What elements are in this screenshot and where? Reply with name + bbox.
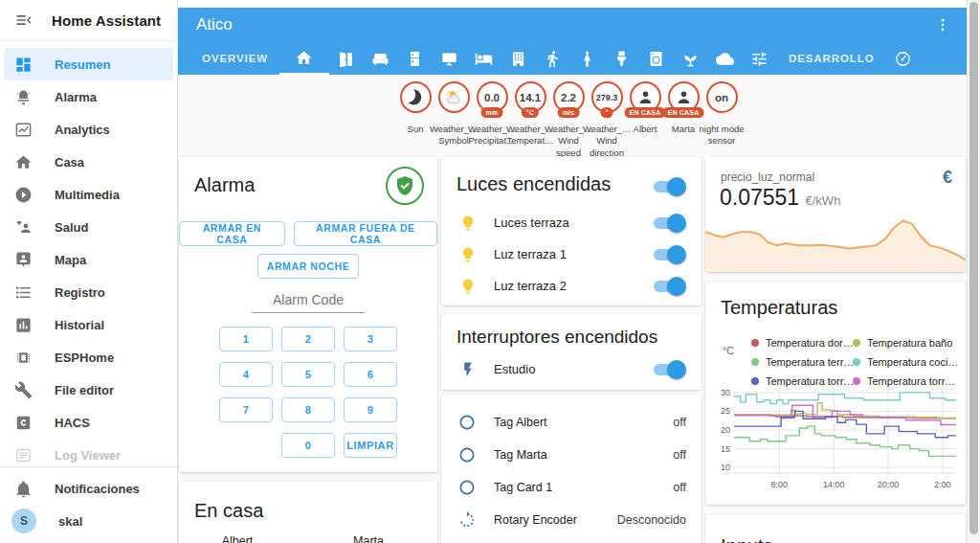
rotary-encoder-row[interactable]: Rotary Encoder Desconocido <box>441 504 702 536</box>
tag-state: off <box>673 481 686 494</box>
switch-toggle[interactable] <box>652 360 686 379</box>
sidebar-menu: Resumen Alarma Analytics Casa Multimedia… <box>0 41 177 471</box>
tab-tune[interactable] <box>743 42 777 75</box>
page-scrollbar <box>967 0 980 543</box>
keypad-5[interactable]: 5 <box>281 362 335 387</box>
sidebar-item-resumen[interactable]: Resumen <box>4 48 173 80</box>
tag-row[interactable]: Tag Marta off <box>441 439 702 471</box>
sidebar-item-analytics[interactable]: Analytics <box>4 113 173 146</box>
home-assistant-app: Home Assistant Resumen Alarma Analytics … <box>0 0 980 543</box>
keypad-1[interactable]: 1 <box>219 327 273 351</box>
sidebar-item-user[interactable]: S skal <box>4 505 173 537</box>
tab-home[interactable] <box>279 42 329 75</box>
badge-wind-direction[interactable]: 279.3 ° Weather_… Wind direction <box>588 81 626 159</box>
light-toggle[interactable] <box>652 277 686 296</box>
sidebar-item-file-editor[interactable]: File editor <box>4 373 173 406</box>
arm-away-button[interactable]: ARMAR FUERA DE CASA <box>294 221 437 246</box>
sidebar-item-casa[interactable]: Casa <box>4 146 173 178</box>
tab-cloud[interactable] <box>708 42 743 75</box>
badge-precipitation[interactable]: 0.0 mm Weather_… Precipitat… <box>473 81 511 159</box>
wrench-icon <box>14 381 33 399</box>
tab-door[interactable] <box>329 42 364 75</box>
keypad-4[interactable]: 4 <box>219 362 273 387</box>
plant-icon <box>681 50 700 68</box>
tab-fridge[interactable] <box>398 42 433 75</box>
sidebar-item-hacs[interactable]: HACS <box>4 406 173 439</box>
badge-marta[interactable]: EN CASA Marta <box>664 81 702 159</box>
euro-icon: € <box>943 168 952 188</box>
keypad-9[interactable]: 9 <box>344 397 397 422</box>
arm-home-button[interactable]: ARMAR EN CASA <box>179 221 285 246</box>
sidebar-item-registro[interactable]: Registro <box>4 276 173 308</box>
keypad-7[interactable]: 7 <box>219 397 273 422</box>
keypad-3[interactable]: 3 <box>344 327 397 351</box>
lightbulb-icon <box>459 246 477 263</box>
sensor-unit: €/kWh <box>806 193 841 208</box>
tab-toilet[interactable] <box>605 42 639 75</box>
temperaturas-card: Temperaturas °C Temperatura dor… Tempera… <box>705 282 966 505</box>
legend-dot <box>751 339 759 347</box>
keypad-8[interactable]: 8 <box>281 397 335 422</box>
user-avatar: S <box>11 509 36 533</box>
menu-open-icon[interactable] <box>14 11 33 30</box>
shield-check-icon[interactable] <box>386 167 424 205</box>
tag-row[interactable]: Tag Albert off <box>441 406 702 439</box>
alarma-title: Alarma <box>194 174 255 196</box>
washing-machine-icon <box>647 50 665 68</box>
tag-row[interactable]: Tag Card 1 off <box>441 471 702 504</box>
moon-icon <box>406 87 426 107</box>
tab-washer[interactable] <box>639 42 674 75</box>
sidebar-item-salud[interactable]: Salud <box>4 211 173 243</box>
luces-master-toggle[interactable] <box>652 177 686 196</box>
view-content: Sun Weather_… Symbol 0.0 mm Weather_… Pr… <box>178 75 967 543</box>
alarma-card: Alarma ARMAR EN CASA ARMAR FUERA DE CASA… <box>179 157 437 472</box>
tab-tv[interactable] <box>433 42 467 75</box>
sidebar-item-historial[interactable]: Historial <box>4 308 173 341</box>
badge-wind-speed[interactable]: 2.2 m/s Weather_… Wind speed <box>549 81 588 159</box>
legend-item[interactable]: Temperatura dor… <box>751 337 853 349</box>
tab-plant[interactable] <box>674 42 708 75</box>
tab-desarrollo[interactable]: DESARROLLO <box>777 42 886 75</box>
temperature-line-chart: 10152025308:0014:0020:002:00 <box>709 379 962 502</box>
light-row: Luz terraza 1 <box>441 238 702 270</box>
office-building-icon <box>509 50 527 68</box>
legend-item[interactable]: Temperatura terr… <box>751 356 853 368</box>
kebab-menu-icon[interactable] <box>930 12 955 37</box>
tab-office[interactable] <box>501 42 536 75</box>
arm-night-button[interactable]: ARMAR NOCHE <box>257 254 360 279</box>
home-icon <box>14 153 33 171</box>
light-toggle[interactable] <box>652 245 686 264</box>
sidebar-item-notifications[interactable]: Notificaciones <box>4 472 173 505</box>
keypad-6[interactable]: 6 <box>344 362 397 387</box>
badge-albert[interactable]: EN CASA Albert <box>626 81 664 159</box>
tab-person[interactable] <box>570 42 605 75</box>
badge-temperature[interactable]: 14.1 °C Weather_… Temperat… <box>511 81 549 159</box>
alarm-code-input[interactable] <box>252 292 365 313</box>
sidebar-footer: Notificaciones S skal <box>0 466 177 543</box>
tab-sofa[interactable] <box>364 42 398 75</box>
badge-night-mode[interactable]: on night mode sensor <box>702 81 741 159</box>
sidebar-item-multimedia[interactable]: Multimedia <box>4 178 173 211</box>
badge-sun[interactable]: Sun <box>396 81 434 159</box>
badge-weather-symbol[interactable]: Weather_… Symbol <box>434 81 473 159</box>
keypad-0[interactable]: 0 <box>281 433 335 458</box>
sidebar-item-mapa[interactable]: Mapa <box>4 243 173 276</box>
tab-walk[interactable] <box>536 42 570 75</box>
legend-item[interactable]: Temperatura baño <box>853 337 960 349</box>
person-label: Albert <box>194 534 280 543</box>
svg-text:30: 30 <box>721 388 730 397</box>
scrollbar-thumb[interactable] <box>969 2 978 534</box>
sidebar-item-alarma[interactable]: Alarma <box>4 80 173 113</box>
precio-card[interactable]: precio_luz_normal 0.07551 €/kWh € <box>705 157 966 272</box>
light-row: Luces terraza <box>441 207 702 238</box>
keypad-2[interactable]: 2 <box>281 327 335 351</box>
tab-bed[interactable] <box>467 42 501 75</box>
tab-overview[interactable]: OVERVIEW <box>190 42 279 75</box>
temperaturas-title: Temperaturas <box>721 297 837 319</box>
light-toggle[interactable] <box>652 214 686 233</box>
tab-gauge[interactable] <box>885 42 920 75</box>
keypad-limpiar[interactable]: LIMPIAR <box>344 433 397 458</box>
legend-item[interactable]: Temperatura coci… <box>853 356 960 368</box>
sidebar-item-esphome[interactable]: ESPHome <box>4 341 173 373</box>
map-marker-account-icon <box>14 251 33 269</box>
